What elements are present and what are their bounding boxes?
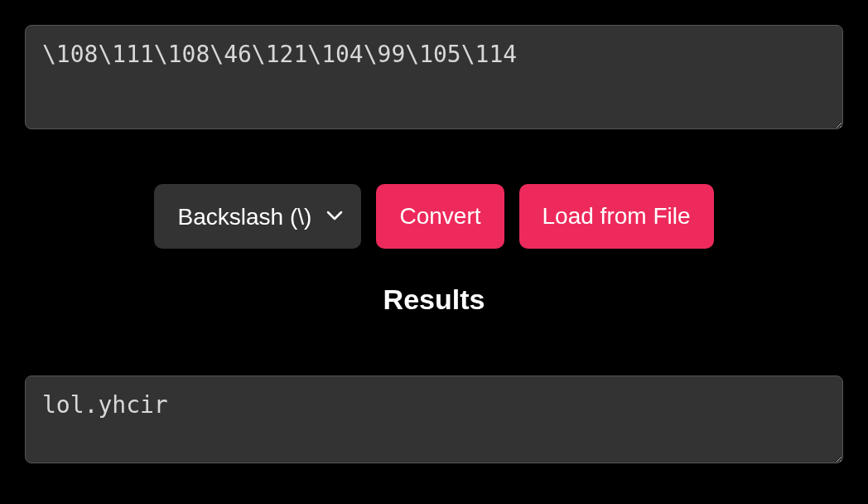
convert-button[interactable]: Convert	[376, 184, 504, 249]
format-select[interactable]: Backslash (\)	[154, 184, 361, 249]
results-output[interactable]	[25, 376, 843, 463]
format-select-wrap: Backslash (\)	[154, 184, 361, 249]
controls-row: Backslash (\) Convert Load from File	[25, 184, 843, 249]
load-from-file-button[interactable]: Load from File	[519, 184, 714, 249]
results-heading: Results	[25, 284, 843, 316]
ascii-input[interactable]	[25, 25, 843, 129]
